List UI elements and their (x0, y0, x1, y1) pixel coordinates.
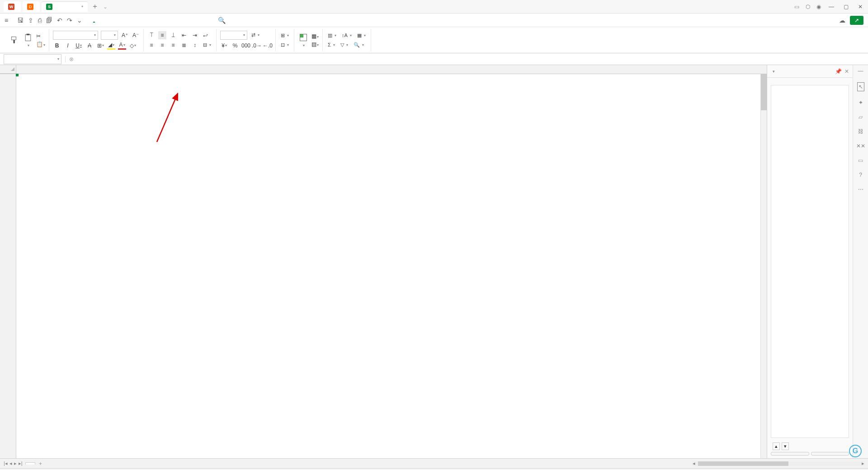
app-tab[interactable]: W (4, 1, 21, 12)
fill-button[interactable]: ▥ ▾ (326, 32, 338, 39)
merge-button[interactable]: ⊟ ▾ (202, 41, 212, 49)
number-format-select[interactable]: ▾ (220, 31, 247, 40)
thousands-button[interactable]: 000 (242, 42, 250, 50)
orientation-button[interactable]: ↕ (191, 41, 199, 49)
bold-button[interactable]: B (53, 42, 61, 50)
hscroll-thumb[interactable] (698, 461, 788, 466)
decrease-indent-button[interactable]: ⇤ (180, 31, 188, 39)
tab-data[interactable] (137, 19, 138, 22)
add-sheet-button[interactable]: ＋ (38, 460, 43, 467)
align-justify-button[interactable]: ≣ (180, 41, 188, 49)
horizontal-scrollbar[interactable]: ◂ ▸ (693, 461, 864, 466)
link-icon[interactable]: ⛓ (858, 128, 863, 135)
currency-button[interactable]: ¥▾ (220, 42, 228, 50)
tab-review[interactable] (147, 19, 149, 22)
bring-forward-button[interactable]: ▴ (773, 442, 780, 450)
vertical-scrollbar[interactable] (760, 74, 767, 458)
hamburger-icon[interactable]: ≡ (5, 17, 8, 24)
tab-home[interactable] (93, 18, 95, 23)
increase-decimal-button[interactable]: .0→ (253, 42, 261, 50)
cut-icon[interactable]: ✂ (36, 33, 45, 39)
format-painter-button[interactable] (9, 35, 20, 46)
align-middle-button[interactable]: ≡ (158, 31, 166, 39)
qat-dropdown-icon[interactable]: ⌄ (77, 17, 82, 24)
sheet-last-button[interactable]: ▸| (19, 461, 23, 466)
print-icon[interactable]: ⎙ (38, 17, 42, 24)
strike-button[interactable]: A (85, 42, 94, 50)
cube-icon[interactable]: ⬡ (806, 4, 810, 10)
clear-format-button[interactable]: ◇▾ (129, 42, 137, 50)
convert-button[interactable]: ⇄ ▾ (250, 31, 261, 39)
chevron-down-icon[interactable]: ▾ (773, 69, 775, 74)
share-button[interactable]: ↗ (850, 16, 863, 25)
underline-button[interactable]: U▾ (75, 42, 83, 50)
layers-icon[interactable]: ▱ (859, 114, 863, 120)
user-avatar-icon[interactable]: ◉ (816, 4, 821, 10)
help-icon[interactable]: ? (859, 172, 862, 178)
increase-indent-button[interactable]: ⇥ (191, 31, 199, 39)
sort-button[interactable]: ↕A ▾ (340, 32, 353, 39)
select-icon[interactable]: ↖ (857, 82, 864, 91)
decrease-decimal-button[interactable]: ←.0 (264, 42, 272, 50)
screen-icon[interactable]: ▭ (858, 157, 863, 164)
tab-formula[interactable] (126, 19, 127, 22)
font-name-select[interactable]: ▾ (53, 31, 98, 40)
select-all-corner[interactable] (0, 65, 16, 74)
align-center-button[interactable]: ≡ (158, 41, 166, 49)
paste-button[interactable]: ▾ (23, 32, 33, 48)
freeze-button[interactable]: ▦ ▾ (356, 32, 367, 39)
align-top-button[interactable]: ⟙ (147, 31, 156, 39)
new-tab-button[interactable]: ＋ (90, 2, 100, 11)
redo-icon[interactable]: ↷ (67, 17, 72, 24)
worksheet-button[interactable]: ⊡ ▾ (279, 41, 290, 49)
increase-font-button[interactable]: A⁺ (121, 31, 129, 39)
window-maximize-button[interactable]: ▢ (842, 4, 850, 10)
spreadsheet-grid[interactable] (0, 65, 767, 458)
tab-menu-chevron[interactable]: ⌄ (103, 4, 108, 10)
tablet-mode-icon[interactable]: ▭ (794, 4, 799, 10)
vscroll-thumb[interactable] (761, 74, 767, 110)
sheet-tab-1[interactable] (25, 462, 35, 465)
percent-button[interactable]: % (231, 42, 239, 50)
more-icon[interactable]: ⋯ (858, 186, 863, 193)
cond-format-button[interactable]: ▾ (298, 32, 309, 48)
cloud-icon[interactable]: ☁ (839, 17, 845, 24)
cancel-formula-icon[interactable]: ⊗ (69, 56, 74, 62)
workbook-tab[interactable]: S • (42, 1, 88, 12)
save-icon[interactable]: 🖫 (17, 17, 24, 24)
filter-button[interactable]: ▽ ▾ (339, 41, 349, 49)
tab-member[interactable] (180, 19, 182, 22)
font-color-button[interactable]: A▾ (118, 42, 126, 50)
table-style-button[interactable]: ▦▾ (311, 33, 319, 39)
hide-all-button[interactable] (811, 452, 849, 456)
align-right-button[interactable]: ≡ (169, 41, 177, 49)
tab-smart[interactable] (202, 19, 203, 22)
tab-tools[interactable] (169, 19, 171, 22)
align-left-button[interactable]: ≡ (147, 41, 156, 49)
panel-object-list[interactable] (771, 85, 849, 438)
sheet-first-button[interactable]: |◂ (4, 461, 8, 466)
send-backward-button[interactable]: ▾ (782, 442, 789, 450)
border-button[interactable]: ⊞▾ (96, 42, 104, 50)
copy-icon[interactable]: 📋▾ (36, 41, 45, 47)
print-preview-icon[interactable]: 🗐 (46, 17, 52, 24)
sheet-prev-button[interactable]: ◂ (9, 461, 12, 466)
window-close-button[interactable]: ✕ (856, 4, 864, 10)
search-icon[interactable]: 🔍 (218, 17, 226, 24)
find-button[interactable]: 🔍 ▾ (352, 41, 365, 49)
hscroll-right[interactable]: ▸ (862, 461, 864, 466)
minimize-pane-icon[interactable]: — (858, 68, 863, 74)
font-size-select[interactable]: ▾ (101, 31, 118, 40)
name-box[interactable]: ▾ (4, 54, 61, 64)
sum-button[interactable]: Σ ▾ (326, 41, 336, 48)
pin-icon[interactable]: 📌 (835, 68, 842, 75)
tab-efficiency[interactable] (191, 19, 193, 22)
italic-button[interactable]: I (64, 42, 72, 50)
window-minimize-button[interactable]: — (827, 4, 835, 10)
templates-tab[interactable]: D (23, 1, 40, 12)
show-all-button[interactable] (771, 452, 809, 456)
sparkle-icon[interactable]: ✦ (859, 99, 863, 106)
tools-icon[interactable]: ✕✕ (856, 143, 865, 149)
tab-page[interactable] (115, 19, 117, 22)
tab-view[interactable] (158, 19, 160, 22)
